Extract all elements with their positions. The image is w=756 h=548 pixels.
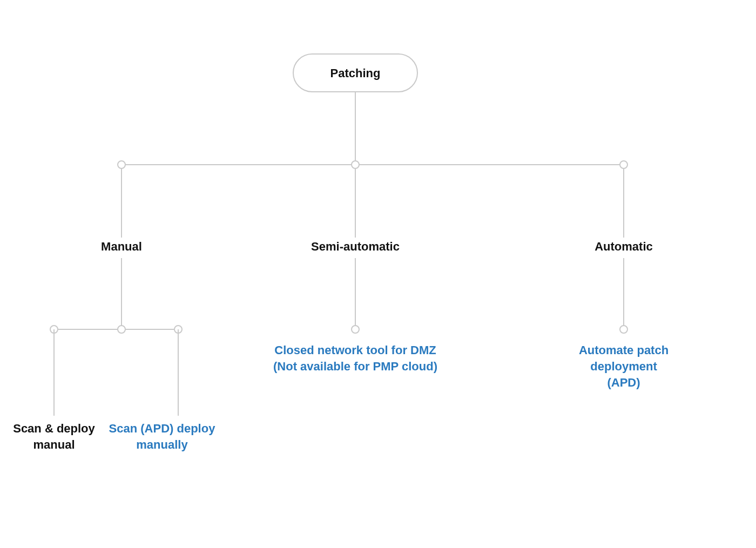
junction-dot <box>118 161 125 168</box>
manual-child1-line2: manual <box>33 438 75 451</box>
patching-diagram: Patching Manual Semi-automatic Automatic… <box>0 0 756 548</box>
automatic-leaf-line2[interactable]: deployment <box>590 360 657 373</box>
automatic-leaf-line1[interactable]: Automate patch <box>579 343 669 357</box>
root-label: Patching <box>330 66 381 80</box>
semi-automatic-leaf-line1[interactable]: Closed network tool for DMZ <box>274 343 436 357</box>
automatic-leaf-line3[interactable]: (APD) <box>607 376 640 389</box>
automatic-label: Automatic <box>595 240 653 253</box>
junction-dot <box>620 326 627 333</box>
manual-child2-line1[interactable]: Scan (APD) deploy <box>109 422 216 435</box>
manual-child2-line2[interactable]: manually <box>136 438 188 451</box>
manual-child1-line1: Scan & deploy <box>13 422 95 435</box>
junction-dot <box>118 326 125 333</box>
junction-dot <box>352 161 359 168</box>
semi-automatic-label: Semi-automatic <box>311 240 400 253</box>
semi-automatic-leaf-line2[interactable]: (Not available for PMP cloud) <box>273 360 437 373</box>
manual-label: Manual <box>101 240 142 253</box>
junction-dot <box>352 326 359 333</box>
junction-dot <box>620 161 627 168</box>
